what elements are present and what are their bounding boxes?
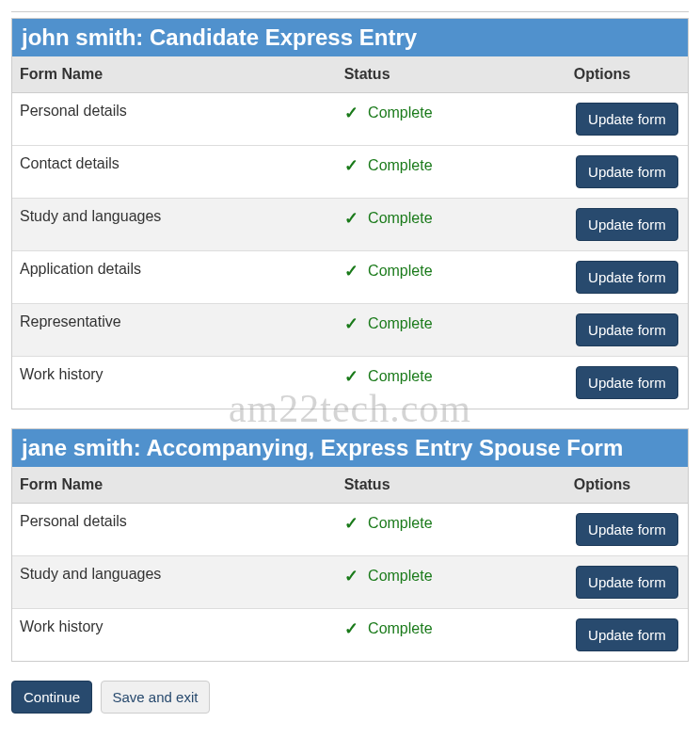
section-title: john smith: Candidate Express Entry xyxy=(12,19,688,56)
col-header-name: Form Name xyxy=(12,56,337,93)
check-icon: ✓ xyxy=(344,155,358,176)
status-text: Complete xyxy=(368,315,432,331)
status-text: Complete xyxy=(368,620,432,636)
form-status: ✓ Complete xyxy=(337,304,566,357)
spouse-section: jane smith: Accompanying, Express Entry … xyxy=(11,428,689,662)
col-header-name: Form Name xyxy=(12,467,337,504)
status-text: Complete xyxy=(368,515,432,531)
check-icon: ✓ xyxy=(344,208,358,229)
status-text: Complete xyxy=(368,157,432,173)
status-text: Complete xyxy=(368,104,432,120)
update-form-button[interactable]: Update form xyxy=(576,513,678,546)
update-form-button[interactable]: Update form xyxy=(576,366,678,399)
check-icon: ✓ xyxy=(344,618,358,639)
form-status: ✓ Complete xyxy=(337,199,566,251)
form-name: Work history xyxy=(12,357,337,409)
table-row: Personal details ✓ Complete Update form xyxy=(12,504,688,556)
form-name: Personal details xyxy=(12,93,337,146)
update-form-button[interactable]: Update form xyxy=(576,103,678,136)
top-divider xyxy=(11,11,689,12)
table-row: Work history ✓ Complete Update form xyxy=(12,357,688,409)
check-icon: ✓ xyxy=(344,366,358,387)
form-status: ✓ Complete xyxy=(337,504,566,556)
save-and-exit-button[interactable]: Save and exit xyxy=(101,681,211,714)
forms-table: Form Name Status Options Personal detail… xyxy=(12,467,688,661)
check-icon: ✓ xyxy=(344,103,358,123)
form-status: ✓ Complete xyxy=(337,357,566,409)
col-header-options: Options xyxy=(566,467,688,504)
update-form-button[interactable]: Update form xyxy=(576,313,678,346)
form-name: Study and languages xyxy=(12,556,337,609)
form-status: ✓ Complete xyxy=(337,146,566,199)
form-name: Representative xyxy=(12,304,337,357)
status-text: Complete xyxy=(368,210,432,226)
form-status: ✓ Complete xyxy=(337,93,566,146)
status-text: Complete xyxy=(368,263,432,279)
table-row: Personal details ✓ Complete Update form xyxy=(12,93,688,146)
status-text: Complete xyxy=(368,568,432,584)
table-row: Study and languages ✓ Complete Update fo… xyxy=(12,199,688,251)
form-name: Work history xyxy=(12,609,337,662)
update-form-button[interactable]: Update form xyxy=(576,155,678,188)
table-row: Contact details ✓ Complete Update form xyxy=(12,146,688,199)
forms-table: Form Name Status Options Personal detail… xyxy=(12,56,688,409)
form-status: ✓ Complete xyxy=(337,556,566,609)
candidate-section: john smith: Candidate Express Entry Form… xyxy=(11,18,689,409)
form-status: ✓ Complete xyxy=(337,609,566,662)
table-row: Work history ✓ Complete Update form xyxy=(12,609,688,662)
update-form-button[interactable]: Update form xyxy=(576,261,678,294)
update-form-button[interactable]: Update form xyxy=(576,208,678,241)
check-icon: ✓ xyxy=(344,313,358,334)
check-icon: ✓ xyxy=(344,513,358,534)
form-name: Study and languages xyxy=(12,199,337,251)
col-header-status: Status xyxy=(337,56,566,93)
update-form-button[interactable]: Update form xyxy=(576,618,678,651)
check-icon: ✓ xyxy=(344,261,358,281)
section-title: jane smith: Accompanying, Express Entry … xyxy=(12,429,688,467)
table-row: Application details ✓ Complete Update fo… xyxy=(12,251,688,304)
form-name: Contact details xyxy=(12,146,337,199)
form-name: Personal details xyxy=(12,504,337,556)
form-name: Application details xyxy=(12,251,337,304)
check-icon: ✓ xyxy=(344,566,358,586)
table-row: Study and languages ✓ Complete Update fo… xyxy=(12,556,688,609)
update-form-button[interactable]: Update form xyxy=(576,566,678,599)
continue-button[interactable]: Continue xyxy=(11,681,92,714)
col-header-options: Options xyxy=(566,56,688,93)
form-status: ✓ Complete xyxy=(337,251,566,304)
col-header-status: Status xyxy=(337,467,566,504)
action-bar: Continue Save and exit xyxy=(11,681,689,714)
status-text: Complete xyxy=(368,368,432,384)
table-row: Representative ✓ Complete Update form xyxy=(12,304,688,357)
